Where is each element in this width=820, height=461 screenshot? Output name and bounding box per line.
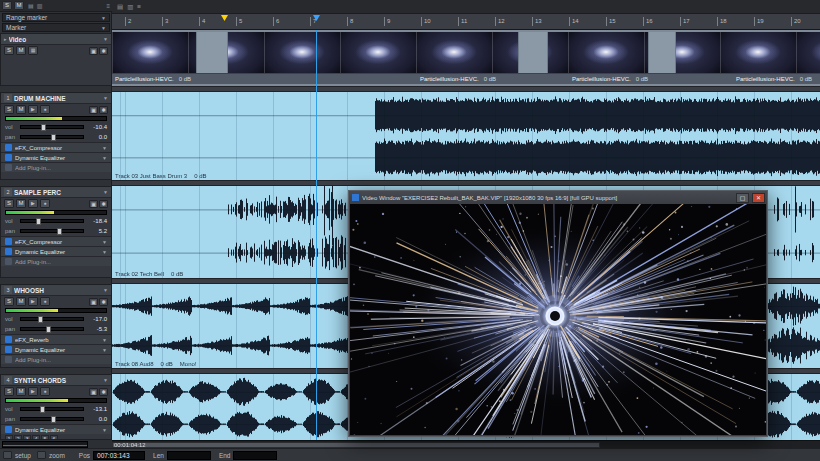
pan-slider[interactable] <box>20 135 84 139</box>
mute-button[interactable]: M <box>16 199 26 208</box>
solo-button[interactable]: S <box>4 105 14 114</box>
add-plugin-slot[interactable]: Add Plug-in... <box>1 354 111 364</box>
mute-button[interactable]: M <box>16 105 26 114</box>
star-icon[interactable]: ✱ <box>99 200 108 208</box>
video-window-titlebar[interactable]: Video Window "EXERCISE2 Rebuilt_BAK_BAK.… <box>349 191 767 204</box>
setup-label[interactable]: setup <box>15 452 31 459</box>
zoom-icon[interactable] <box>37 451 46 459</box>
chevron-down-icon[interactable]: ▼ <box>103 189 108 195</box>
monitor-icon[interactable]: ▶ <box>28 105 38 114</box>
audio-lane-1[interactable]: Track 03 Just Bass Drum 30 dB <box>112 92 820 180</box>
output-button[interactable]: 4 <box>32 435 40 440</box>
timeline-ruler[interactable]: 234567891011121314151617181920 <box>112 14 820 30</box>
film-icon[interactable]: ▦ <box>28 46 38 55</box>
chevron-down-icon[interactable]: ▼ <box>102 337 107 343</box>
chevron-down-icon[interactable]: ▼ <box>102 145 107 151</box>
grid-icon[interactable]: ▤ <box>117 3 123 11</box>
star-icon[interactable]: ✱ <box>99 298 108 306</box>
pan-slider[interactable] <box>20 417 84 421</box>
lock-icon[interactable]: ▣ <box>89 388 98 396</box>
close-button[interactable]: ✕ <box>752 193 765 203</box>
list-icon[interactable]: ≡ <box>137 3 141 10</box>
plugin-slot[interactable]: Dynamic Equalizer ▼ <box>1 152 111 162</box>
video-window[interactable]: Video Window "EXERCISE2 Rebuilt_BAK_BAK.… <box>348 190 768 437</box>
volume-slider[interactable] <box>20 407 84 411</box>
volume-slider[interactable] <box>20 125 84 129</box>
mute-button[interactable]: M <box>16 387 26 396</box>
chevron-down-icon[interactable]: ▼ <box>102 249 107 255</box>
chevron-down-icon[interactable]: ▼ <box>103 95 108 101</box>
output-button[interactable]: 2 <box>14 435 22 440</box>
plugin-slot[interactable]: Dynamic Equalizer ▼ <box>1 424 111 434</box>
solo-button[interactable]: S <box>4 199 14 208</box>
solo-button[interactable]: S <box>4 46 14 55</box>
track-name-bar[interactable]: 4 SYNTH CHORDS ▼ <box>1 375 111 386</box>
lock-icon[interactable]: ▣ <box>89 47 98 55</box>
master-mute-button[interactable]: M <box>14 1 24 10</box>
add-plugin-slot[interactable]: Add Plug-in... <box>1 162 111 172</box>
monitor-icon[interactable]: ▶ <box>28 199 38 208</box>
output-button[interactable]: 5 <box>41 435 49 440</box>
chevron-down-icon[interactable]: ▼ <box>102 155 107 161</box>
chevron-down-icon[interactable]: ▼ <box>103 36 108 42</box>
track-name-bar[interactable]: 1 DRUM MACHINE ▼ <box>1 93 111 104</box>
mute-button[interactable]: M <box>16 46 26 55</box>
video-track-lane[interactable]: Particleillusion-HEVC.0 dB Particleillus… <box>112 30 820 86</box>
star-icon[interactable]: ✱ <box>99 106 108 114</box>
setup-icon[interactable] <box>3 451 12 459</box>
record-icon[interactable]: ● <box>40 105 50 114</box>
output-button[interactable]: 1 <box>5 435 13 440</box>
master-solo-button[interactable]: S <box>2 1 12 10</box>
pan-slider[interactable] <box>20 327 84 331</box>
list-icon[interactable]: ≡ <box>106 3 110 9</box>
plugin-slot[interactable]: eFX_Compressor ▼ <box>1 142 111 152</box>
end-field[interactable] <box>233 451 277 460</box>
record-icon[interactable]: ● <box>40 387 50 396</box>
mute-button[interactable]: M <box>16 297 26 306</box>
track-name-bar[interactable]: 3 WHOOSH ▼ <box>1 285 111 296</box>
track-header-4[interactable]: 4 SYNTH CHORDS ▼ S M ▶ ● ▣ ✱ vol -13.1 p… <box>0 374 112 440</box>
track-header-3[interactable]: 3 WHOOSH ▼ S M ▶ ● ▣ ✱ vol -17.0 pan <box>0 284 112 368</box>
plugin-slot[interactable]: eFX_Compressor ▼ <box>1 236 111 246</box>
track-header-1[interactable]: 1 DRUM MACHINE ▼ S M ▶ ● ▣ ✱ vol -10.4 p… <box>0 92 112 180</box>
monitor-icon[interactable]: ▶ <box>28 387 38 396</box>
star-icon[interactable]: ✱ <box>99 47 108 55</box>
audio-clip-waveform-track1[interactable] <box>112 92 820 178</box>
chevron-down-icon[interactable]: ▼ <box>102 427 107 433</box>
volume-slider[interactable] <box>20 317 84 321</box>
record-icon[interactable]: ● <box>40 297 50 306</box>
record-icon[interactable]: ● <box>40 199 50 208</box>
monitor-icon[interactable]: ▶ <box>28 297 38 306</box>
chevron-down-icon[interactable]: ▼ <box>103 287 108 293</box>
plugin-slot[interactable]: eFX_Reverb ▼ <box>1 334 111 344</box>
plugin-slot[interactable]: Dynamic Equalizer ▼ <box>1 246 111 256</box>
track-name-bar[interactable]: ▸ Video ▼ <box>1 34 111 45</box>
plugin-slot[interactable]: Dynamic Equalizer ▼ <box>1 344 111 354</box>
range-marker-select[interactable]: Range marker ▼ <box>2 13 110 22</box>
star-icon[interactable]: ✱ <box>99 388 108 396</box>
output-button[interactable]: 3 <box>23 435 31 440</box>
arrangement-overview[interactable] <box>2 441 88 448</box>
lock-icon[interactable]: ▣ <box>89 106 98 114</box>
marker-select[interactable]: Marker ▼ <box>2 23 110 32</box>
video-track-header[interactable]: ▸ Video ▼ S M ▦ ▣ ✱ <box>0 33 112 86</box>
output-button[interactable]: 6 <box>50 435 58 440</box>
playhead-line[interactable] <box>316 30 317 440</box>
chevron-down-icon[interactable]: ▼ <box>103 377 108 383</box>
solo-button[interactable]: S <box>4 387 14 396</box>
rows-icon[interactable]: ▥ <box>37 2 43 9</box>
volume-slider[interactable] <box>20 219 84 223</box>
track-name-bar[interactable]: 2 SAMPLE PERC ▼ <box>1 187 111 198</box>
rows-icon[interactable]: ▥ <box>127 3 133 11</box>
len-field[interactable] <box>167 451 211 460</box>
lock-icon[interactable]: ▣ <box>89 298 98 306</box>
chevron-down-icon[interactable]: ▼ <box>102 347 107 353</box>
pan-slider[interactable] <box>20 229 84 233</box>
solo-button[interactable]: S <box>4 297 14 306</box>
horizontal-scrollbar[interactable]: 00:01:04:12 <box>112 440 820 448</box>
zoom-label[interactable]: zoom <box>49 452 65 459</box>
chevron-down-icon[interactable]: ▼ <box>102 239 107 245</box>
track-header-2[interactable]: 2 SAMPLE PERC ▼ S M ▶ ● ▣ ✱ vol -18.4 pa… <box>0 186 112 278</box>
grid-icon[interactable]: ▤ <box>28 2 34 9</box>
pos-field[interactable]: 007:03:143 <box>93 451 145 460</box>
